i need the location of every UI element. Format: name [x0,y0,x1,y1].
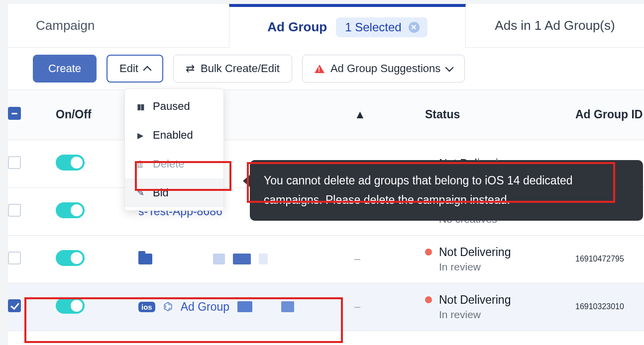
play-icon [135,131,146,140]
delete-label: Delete [153,158,185,171]
warning-triangle-icon: ▲ [354,108,366,121]
status-cell: Not Delivering In review [425,246,560,273]
chevron-down-icon [445,64,454,72]
status-label: Status [425,108,460,121]
bulk-create-edit-button[interactable]: ⇄ Bulk Create/Edit [173,55,292,83]
tooltip-text: You cannot delete ad groups that belong … [264,174,573,206]
status-dot-icon [425,296,432,303]
paused-label: Paused [153,100,190,113]
ios-badge-icon: ios [138,302,155,312]
tab-adgroup[interactable]: Ad Group 1 Selected ✕ [229,4,466,47]
status-text: Not Delivering [439,246,511,259]
table-row[interactable]: – Not Delivering In review 16910472795 [8,235,644,283]
adgroup-name[interactable]: ios ⌬ Ad Group [138,300,354,314]
onoff-toggle[interactable] [56,155,85,171]
tabs-bar: Campaign Ad Group 1 Selected ✕ Ads in 1 … [8,4,644,48]
adgroup-id: 16910472795 [575,255,624,263]
trash-icon [135,159,146,170]
close-icon[interactable]: ✕ [409,22,420,33]
header-warning: ▲ [354,90,405,140]
redacted-text [233,254,251,264]
redacted-text [259,254,268,264]
dropdown-item-enabled[interactable]: Enabled [125,121,223,150]
tab-campaign-label: Campaign [36,18,95,33]
adgroup-suggestions-button[interactable]: Ad Group Suggestions [302,55,465,83]
warn-cell: – [354,235,405,283]
edit-dropdown-menu: Paused Enabled Delete Bid [124,88,224,211]
pause-icon [135,102,146,111]
onoff-toggle[interactable] [56,250,85,266]
bulk-icon: ⇄ [186,63,195,74]
redacted-text [281,301,294,312]
bid-label: Bid [153,186,169,199]
selected-chip-label: 1 Selected [345,20,401,34]
header-onoff: On/Off [56,90,131,140]
row-checkbox[interactable] [8,156,21,169]
edit-dropdown-button[interactable]: Edit [107,55,163,83]
toolbar: Create Edit ⇄ Bulk Create/Edit Ad Group … [8,48,644,90]
chevron-up-icon [143,66,151,75]
folder-icon [138,254,152,264]
id-label: Ad Group ID [575,108,643,121]
suggestions-label: Ad Group Suggestions [330,62,440,75]
selected-chip[interactable]: 1 Selected ✕ [336,17,427,37]
header-adgroup-id: Ad Group ID [560,90,644,140]
tab-ads[interactable]: Ads in 1 Ad Group(s) [466,4,644,47]
create-button[interactable]: Create [33,55,97,83]
status-subtext: In review [425,261,560,273]
edit-label: Edit [119,62,138,75]
onoff-toggle[interactable] [56,298,85,314]
tab-campaign[interactable]: Campaign [8,4,229,47]
onoff-toggle[interactable] [56,202,85,218]
row-checkbox[interactable] [8,204,21,217]
status-text: Not Delivering [439,293,511,307]
hierarchy-icon: ⌬ [163,300,173,313]
dropdown-item-delete: Delete [125,150,223,178]
status-dot-icon [425,249,432,256]
delete-disabled-tooltip: You cannot delete ad groups that belong … [250,160,643,221]
tab-adgroup-label: Ad Group [267,19,327,35]
row-checkbox[interactable] [8,252,21,264]
table-row[interactable]: ios ⌬ Ad Group – Not Delivering In revie… [8,283,644,331]
edit-icon [135,187,146,198]
header-status: Status [405,90,560,140]
bulk-label: Bulk Create/Edit [201,62,280,75]
warn-cell: – [354,283,405,331]
status-subtext: In review [425,309,560,321]
enabled-label: Enabled [153,129,193,142]
adgroup-name[interactable] [138,254,354,264]
adgroup-name-text: Ad Group [181,300,229,314]
warning-icon [315,65,324,73]
dropdown-item-paused[interactable]: Paused [125,92,223,121]
adgroup-id: 16910323010 [575,302,624,311]
row-checkbox[interactable] [8,299,21,312]
redacted-text [237,301,252,312]
page-root: Campaign Ad Group 1 Selected ✕ Ads in 1 … [8,4,644,345]
header-checkbox-cell [8,90,56,140]
redacted-text [213,254,225,264]
onoff-label: On/Off [56,108,92,121]
table-header-row: On/Off ▲ Status Ad Group ID [8,90,644,140]
dropdown-item-bid[interactable]: Bid [125,178,223,207]
create-label: Create [48,62,81,75]
tab-ads-label: Ads in 1 Ad Group(s) [495,18,615,33]
status-cell: Not Delivering In review [425,293,560,321]
select-all-checkbox[interactable] [8,107,21,120]
